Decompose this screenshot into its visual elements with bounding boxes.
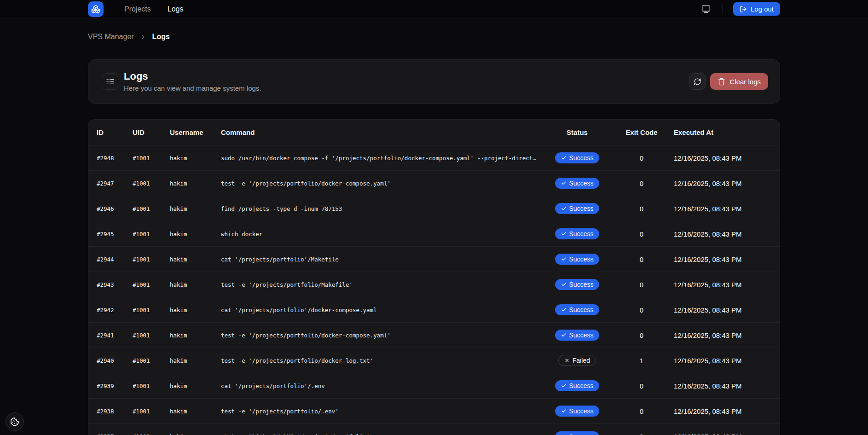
log-exit-code: 1 bbox=[609, 357, 674, 365]
table-row: #2943 #1001 hakim test -e '/projects/por… bbox=[88, 272, 780, 297]
status-label: Success bbox=[569, 331, 594, 339]
log-status-cell: Success bbox=[545, 431, 609, 435]
log-uid: #1001 bbox=[133, 180, 170, 187]
status-badge: Success bbox=[555, 203, 600, 214]
log-id: #2938 bbox=[97, 408, 133, 415]
log-status-cell: Success bbox=[545, 203, 609, 214]
log-command: test -e '/projects/portfolio/docker-log.… bbox=[221, 357, 545, 364]
log-command: which docker bbox=[221, 231, 545, 238]
log-username: hakim bbox=[170, 155, 221, 162]
status-badge: Success bbox=[555, 330, 600, 341]
log-exit-code: 0 bbox=[609, 180, 674, 187]
log-id: #2937 bbox=[97, 433, 133, 435]
log-id: #2945 bbox=[97, 231, 133, 238]
column-header-exit-code: Exit Code bbox=[609, 128, 674, 136]
logs-icon bbox=[102, 73, 118, 90]
breadcrumb-parent[interactable]: VPS Manager bbox=[88, 33, 134, 41]
log-uid: #1001 bbox=[133, 256, 170, 263]
nav-divider-left bbox=[114, 4, 114, 14]
column-header-username: Username bbox=[170, 128, 221, 136]
table-row: #2947 #1001 hakim test -e '/projects/por… bbox=[88, 171, 780, 196]
status-badge: Success bbox=[555, 431, 600, 435]
log-exit-code: 0 bbox=[609, 306, 674, 314]
log-uid: #1001 bbox=[133, 357, 170, 364]
log-exit-code: 0 bbox=[609, 154, 674, 162]
log-uid: #1001 bbox=[133, 332, 170, 339]
log-out-icon bbox=[740, 6, 747, 13]
log-id: #2948 bbox=[97, 155, 133, 162]
check-icon bbox=[561, 307, 567, 313]
log-username: hakim bbox=[170, 281, 221, 288]
log-username: hakim bbox=[170, 180, 221, 187]
status-label: Success bbox=[569, 281, 594, 288]
status-badge: Failed bbox=[558, 355, 596, 366]
refresh-button[interactable] bbox=[689, 73, 706, 90]
log-command: test -e '/projects/portfolio/.env' bbox=[221, 408, 545, 415]
log-command: cat '/projects/portfolio'/docker-compose… bbox=[221, 307, 545, 313]
status-label: Success bbox=[569, 407, 594, 415]
status-badge: Success bbox=[555, 178, 600, 189]
log-executed-at: 12/16/2025, 08:43 PM bbox=[674, 154, 771, 162]
app-logo[interactable] bbox=[88, 1, 104, 17]
display-toggle-button[interactable] bbox=[700, 3, 712, 16]
page-title: Logs bbox=[124, 71, 261, 82]
boxes-icon bbox=[91, 5, 100, 14]
log-command: cat '/projects/portfolio'/.env bbox=[221, 383, 545, 389]
nav-divider-right bbox=[723, 4, 723, 14]
column-header-status: Status bbox=[545, 128, 609, 136]
navbar: Projects Logs Log out bbox=[0, 0, 868, 18]
cookie-consent-button[interactable] bbox=[6, 412, 24, 431]
log-id: #2940 bbox=[97, 357, 133, 364]
log-command: stat -c "%i %s %Y %U" '/projects/portfol… bbox=[221, 433, 545, 435]
log-executed-at: 12/16/2025, 08:43 PM bbox=[674, 357, 771, 365]
log-exit-code: 0 bbox=[609, 407, 674, 415]
table-row: #2941 #1001 hakim test -e '/projects/por… bbox=[88, 323, 780, 348]
logout-button[interactable]: Log out bbox=[733, 2, 780, 16]
clear-logs-button[interactable]: Clear logs bbox=[710, 73, 768, 90]
table-row: #2945 #1001 hakim which docker Success 0… bbox=[88, 221, 780, 247]
log-id: #2939 bbox=[97, 383, 133, 389]
table-body: #2948 #1001 hakim sudo /usr/bin/docker c… bbox=[88, 145, 780, 435]
page-subtitle: Here you can view and manage system logs… bbox=[124, 84, 261, 92]
trash-icon bbox=[718, 78, 725, 86]
log-uid: #1001 bbox=[133, 383, 170, 389]
nav-link-logs[interactable]: Logs bbox=[168, 5, 184, 13]
table-row: #2939 #1001 hakim cat '/projects/portfol… bbox=[88, 373, 780, 399]
log-uid: #1001 bbox=[133, 205, 170, 212]
cookie-icon bbox=[10, 417, 19, 426]
check-icon bbox=[561, 256, 567, 262]
logout-label: Log out bbox=[751, 5, 774, 13]
log-status-cell: Success bbox=[545, 380, 609, 391]
log-status-cell: Failed bbox=[545, 355, 609, 366]
table-row: #2942 #1001 hakim cat '/projects/portfol… bbox=[88, 297, 780, 323]
log-command: find /projects -type d -inum 787153 bbox=[221, 205, 545, 212]
log-uid: #1001 bbox=[133, 281, 170, 288]
status-label: Success bbox=[569, 433, 594, 435]
log-exit-code: 0 bbox=[609, 433, 674, 435]
log-status-cell: Success bbox=[545, 406, 609, 417]
log-uid: #1001 bbox=[133, 155, 170, 162]
status-label: Success bbox=[569, 255, 594, 263]
status-badge: Success bbox=[555, 279, 600, 290]
status-badge: Success bbox=[555, 228, 600, 239]
table-row: #2938 #1001 hakim test -e '/projects/por… bbox=[88, 399, 780, 424]
log-command: sudo /usr/bin/docker compose -f '/projec… bbox=[221, 155, 545, 162]
status-badge: Success bbox=[555, 406, 600, 417]
log-username: hakim bbox=[170, 383, 221, 389]
log-executed-at: 12/16/2025, 08:43 PM bbox=[674, 382, 771, 390]
breadcrumb: VPS Manager Logs bbox=[88, 33, 780, 41]
check-icon bbox=[561, 206, 567, 211]
log-username: hakim bbox=[170, 256, 221, 263]
log-executed-at: 12/16/2025, 08:43 PM bbox=[674, 281, 771, 289]
status-badge: Success bbox=[555, 304, 600, 315]
status-label: Failed bbox=[573, 357, 590, 364]
column-header-id: ID bbox=[97, 128, 133, 136]
log-id: #2944 bbox=[97, 256, 133, 263]
table-row: #2946 #1001 hakim find /projects -type d… bbox=[88, 196, 780, 221]
log-exit-code: 0 bbox=[609, 230, 674, 238]
check-icon bbox=[561, 408, 567, 414]
log-username: hakim bbox=[170, 357, 221, 364]
column-header-uid: UID bbox=[133, 128, 170, 136]
log-uid: #1001 bbox=[133, 408, 170, 415]
nav-link-projects[interactable]: Projects bbox=[124, 5, 151, 13]
